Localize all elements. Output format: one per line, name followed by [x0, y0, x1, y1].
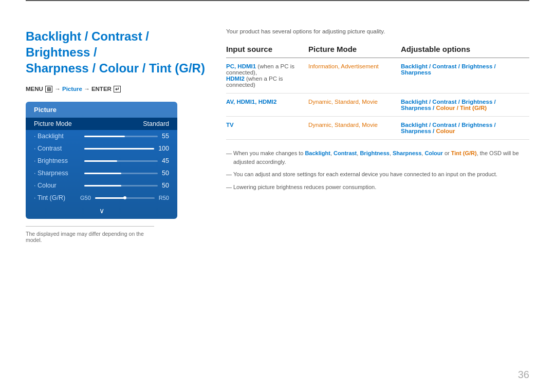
note-bold-brightness: Brightness — [360, 150, 389, 156]
osd-backlight-label: · Backlight — [34, 133, 80, 140]
adjustable-cell-2: Backlight / Contrast / Brightness / Shar… — [401, 94, 529, 117]
osd-backlight-bar — [84, 136, 158, 137]
input-source-text-1: PC, HDMI1 — [226, 63, 256, 69]
osd-contrast-track — [84, 148, 154, 150]
picture-mode-cell-3: Dynamic, Standard, Movie — [308, 117, 401, 140]
osd-contrast-label: · Contrast — [34, 145, 80, 152]
menu-instruction: MENU ⊞ → Picture → ENTER ↵ — [26, 86, 216, 92]
adjustable-orange-3: Colour — [436, 128, 455, 134]
osd-backlight-value: 55 — [162, 133, 169, 140]
picture-word: Picture — [62, 86, 82, 92]
adjustable-bold-1: Backlight / Contrast / Brightness / — [401, 63, 496, 69]
osd-colour-value: 50 — [162, 182, 169, 189]
osd-contrast-bar — [84, 148, 154, 150]
picture-mode-text-1: Information, Advertisement — [308, 63, 379, 69]
enter-icon: ↵ — [114, 86, 121, 92]
osd-sharpness-value: 50 — [162, 170, 169, 177]
osd-contrast-fill — [84, 148, 154, 150]
osd-contrast-value: 100 — [158, 145, 169, 152]
table-row: TV Dynamic, Standard, Movie Backlight / … — [226, 117, 529, 140]
input-source-cell-3: TV — [226, 117, 308, 140]
osd-row-tint[interactable]: · Tint (G/R) G50 R50 — [26, 192, 177, 204]
adjustable-bold-2b: Sharpness / — [401, 105, 436, 111]
right-section: Your product has several options for adj… — [226, 28, 529, 195]
osd-sharpness-label: · Sharpness — [34, 170, 80, 177]
osd-tint-r-value: R50 — [159, 195, 169, 201]
osd-tint-bar — [95, 197, 155, 199]
osd-tint-label: · Tint (G/R) — [34, 194, 80, 201]
adjustable-orange-2: Colour / Tint (G/R) — [436, 105, 487, 111]
note-bold-tint: Tint (G/R) — [451, 150, 477, 156]
osd-tint-g-value: G50 — [80, 195, 91, 201]
input-source-text-2: AV, HDMI1, HDMI2 — [226, 99, 276, 105]
note-item-1: When you make changes to Backlight, Cont… — [226, 149, 529, 166]
osd-colour-label: · Colour — [34, 182, 80, 189]
page-container: Backlight / Contrast / Brightness / Shar… — [0, 0, 555, 392]
osd-brightness-label: · Brightness — [34, 157, 80, 164]
col-header-picture-mode: Picture Mode — [308, 42, 401, 58]
options-table: Input source Picture Mode Adjustable opt… — [226, 42, 529, 140]
osd-row-picture-mode[interactable]: Picture Mode Standard — [26, 118, 177, 130]
osd-tint-fill — [95, 197, 125, 199]
picture-mode-cell-1: Information, Advertisement — [308, 58, 401, 94]
osd-tint-dot — [123, 196, 126, 199]
osd-panel: Picture Picture Mode Standard · Backligh… — [26, 102, 177, 219]
osd-brightness-fill — [84, 160, 117, 162]
osd-row-contrast[interactable]: · Contrast 100 — [26, 142, 177, 155]
input-source-text-3: TV — [226, 122, 234, 128]
input-source-cell-2: AV, HDMI1, HDMI2 — [226, 94, 308, 117]
osd-sharpness-track — [84, 173, 158, 174]
input-source-text-1b: HDMI2 — [226, 76, 245, 82]
note-bold-colour: Colour — [424, 150, 442, 156]
osd-backlight-track — [84, 136, 158, 137]
intro-text: Your product has several options for adj… — [226, 28, 529, 34]
note-item-2: You can adjust and store settings for ea… — [226, 170, 529, 179]
col-header-input-source: Input source — [226, 42, 308, 58]
menu-icon: ⊞ — [45, 86, 52, 92]
osd-tint-track — [95, 197, 155, 199]
osd-sharpness-bar — [84, 173, 158, 174]
left-section: Backlight / Contrast / Brightness / Shar… — [26, 28, 216, 243]
osd-chevron[interactable]: ∨ — [26, 204, 177, 219]
osd-colour-bar — [84, 185, 158, 186]
note-bold-sharpness: Sharpness — [393, 150, 421, 156]
adjustable-bold-3: Backlight / Contrast / Brightness / — [401, 122, 496, 128]
table-row: PC, HDMI1 (when a PC is connected), HDMI… — [226, 58, 529, 94]
picture-mode-text-3: Dynamic, Standard, Movie — [308, 122, 378, 128]
osd-backlight-fill — [84, 136, 125, 137]
table-row: AV, HDMI1, HDMI2 Dynamic, Standard, Movi… — [226, 94, 529, 117]
top-border — [26, 0, 529, 1]
note-bold-contrast: Contrast — [334, 150, 357, 156]
osd-brightness-track — [84, 160, 158, 162]
adjustable-cell-1: Backlight / Contrast / Brightness / Shar… — [401, 58, 529, 94]
adjustable-cell-3: Backlight / Contrast / Brightness / Shar… — [401, 117, 529, 140]
osd-picture-mode-value: Standard — [143, 120, 169, 127]
osd-brightness-bar — [84, 160, 158, 162]
note-item-3: Lowering picture brightness reduces powe… — [226, 183, 529, 192]
osd-row-sharpness[interactable]: · Sharpness 50 — [26, 167, 177, 179]
picture-mode-cell-2: Dynamic, Standard, Movie — [308, 94, 401, 117]
note-bottom-left: The displayed image may differ depending… — [26, 226, 154, 243]
osd-colour-track — [84, 185, 158, 186]
adjustable-bold-2: Backlight / Contrast / Brightness / — [401, 99, 496, 105]
menu-word: MENU — [26, 86, 43, 92]
osd-picture-mode-label: Picture Mode — [34, 120, 80, 127]
adjustable-bold-1b: Sharpness — [401, 69, 431, 76]
osd-sharpness-fill — [84, 173, 121, 174]
page-title: Backlight / Contrast / Brightness / Shar… — [26, 28, 216, 77]
osd-row-backlight[interactable]: · Backlight 55 — [26, 130, 177, 142]
note-bold-backlight: Backlight — [305, 150, 330, 156]
osd-panel-header: Picture — [26, 102, 177, 118]
adjustable-bold-3b: Sharpness / — [401, 128, 436, 134]
input-source-cell-1: PC, HDMI1 (when a PC is connected), HDMI… — [226, 58, 308, 94]
osd-brightness-value: 45 — [162, 157, 169, 164]
osd-row-brightness[interactable]: · Brightness 45 — [26, 155, 177, 167]
osd-row-colour[interactable]: · Colour 50 — [26, 179, 177, 192]
page-number: 36 — [518, 369, 529, 381]
osd-colour-fill — [84, 185, 121, 186]
col-header-adjustable: Adjustable options — [401, 42, 529, 58]
picture-mode-text-2: Dynamic, Standard, Movie — [308, 99, 378, 105]
